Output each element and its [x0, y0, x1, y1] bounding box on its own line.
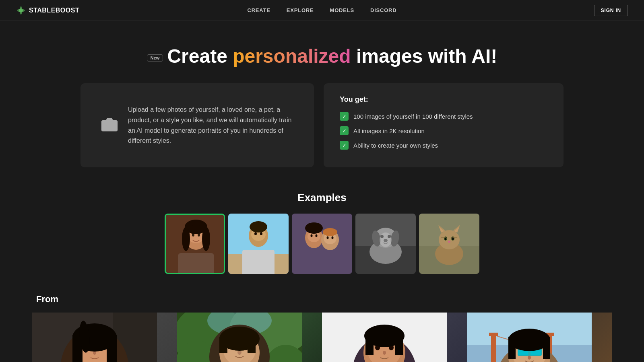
svg-rect-36	[300, 254, 344, 274]
benefits-card: You get: ✓ 100 images of yourself in 100…	[324, 83, 564, 167]
example-thumb-2[interactable]	[228, 214, 289, 274]
check-icon-1: ✓	[340, 112, 349, 121]
hero-title-before: Create	[167, 45, 233, 67]
upload-card: Upload a few photos of yourself, a loved…	[80, 83, 314, 167]
logo-text: STABLEBOOST	[29, 7, 79, 14]
examples-row	[32, 214, 612, 274]
svg-rect-107	[491, 333, 496, 362]
svg-point-4	[21, 9, 25, 12]
from-photo-4	[467, 313, 612, 362]
svg-point-33	[327, 237, 329, 239]
svg-rect-89	[248, 337, 256, 353]
svg-rect-101	[395, 333, 403, 355]
svg-point-50	[439, 230, 460, 249]
camera-icon	[101, 116, 118, 134]
svg-point-28	[311, 234, 313, 237]
hero-title-personalized: personalized	[233, 45, 351, 67]
svg-rect-8	[178, 253, 214, 274]
hero-title: NewCreate personalized images with AI!	[32, 45, 612, 67]
example-thumb-5[interactable]	[419, 214, 479, 274]
from-photo-3	[322, 313, 467, 362]
benefit-item-1: ✓ 100 images of yourself in 100 differen…	[340, 112, 547, 121]
svg-point-21	[260, 232, 262, 235]
main-nav: CREATE EXPLORE MODELS DISCORD	[247, 7, 396, 13]
benefit-text-1: 100 images of yourself in 100 different …	[353, 113, 473, 120]
logo[interactable]: STABLEBOOST	[16, 6, 79, 15]
examples-title: Examples	[32, 191, 612, 204]
from-img-4	[467, 313, 592, 362]
svg-point-20	[254, 232, 257, 235]
svg-rect-88	[219, 337, 227, 353]
thumb-img-3	[292, 214, 352, 274]
thumb-img-5	[419, 214, 479, 274]
examples-section: Examples	[32, 191, 612, 274]
svg-rect-71	[107, 335, 117, 362]
example-thumb-1[interactable]	[165, 214, 225, 274]
from-title: From	[32, 294, 612, 304]
svg-rect-22	[242, 250, 275, 274]
benefit-item-3: ✓ Ability to create your own styles	[340, 141, 547, 150]
hero-section: NewCreate personalized images with AI!	[32, 45, 612, 67]
benefits-title: You get:	[340, 95, 547, 104]
svg-point-5	[107, 122, 113, 128]
benefit-text-2: All images in 2K resolution	[353, 128, 425, 134]
thumb-img-4	[355, 214, 416, 274]
svg-point-35	[323, 228, 337, 236]
logo-icon	[16, 6, 26, 15]
header: STABLEBOOST CREATE EXPLORE MODELS DISCOR…	[0, 0, 644, 21]
benefit-text-3: Ability to create your own styles	[353, 142, 438, 149]
new-badge: New	[147, 54, 163, 62]
svg-point-3	[17, 9, 21, 12]
from-img-1	[32, 313, 157, 362]
svg-point-23	[250, 221, 267, 232]
from-img-2	[177, 313, 302, 362]
thumb-img-2	[228, 214, 289, 274]
svg-rect-120	[508, 337, 516, 359]
example-thumb-4[interactable]	[355, 214, 416, 274]
from-img-3	[322, 313, 447, 362]
svg-rect-109	[489, 333, 498, 336]
svg-point-14	[202, 227, 210, 251]
from-photo-2	[177, 313, 322, 362]
camera-icon-wrap	[101, 116, 118, 135]
main-content: NewCreate personalized images with AI! U…	[0, 21, 644, 362]
svg-point-46	[380, 232, 392, 247]
nav-discord[interactable]: DISCORD	[370, 7, 397, 13]
svg-point-98	[383, 351, 386, 355]
check-icon-3: ✓	[340, 141, 349, 150]
svg-point-59	[448, 241, 450, 243]
svg-point-30	[305, 222, 323, 234]
svg-point-29	[316, 234, 318, 237]
info-row: Upload a few photos of yourself, a loved…	[80, 83, 564, 167]
svg-point-118	[528, 356, 531, 360]
sign-in-button[interactable]: SIGN IN	[594, 5, 628, 16]
nav-explore[interactable]: EXPLORE	[287, 7, 314, 13]
check-icon-2: ✓	[340, 126, 349, 135]
from-photo-1	[32, 313, 177, 362]
nav-create[interactable]: CREATE	[247, 7, 270, 13]
from-section: From	[32, 294, 612, 362]
thumb-img-1	[166, 215, 225, 274]
upload-description: Upload a few photos of yourself, a loved…	[128, 105, 298, 146]
nav-models[interactable]: MODELS	[330, 7, 354, 13]
from-grid	[32, 313, 612, 362]
svg-point-13	[182, 227, 190, 251]
svg-rect-121	[543, 337, 550, 359]
hero-title-after: images with AI!	[351, 45, 497, 67]
svg-point-34	[332, 237, 334, 239]
example-thumb-3[interactable]	[292, 214, 352, 274]
svg-rect-100	[365, 333, 374, 355]
benefit-item-2: ✓ All images in 2K resolution	[340, 126, 547, 135]
